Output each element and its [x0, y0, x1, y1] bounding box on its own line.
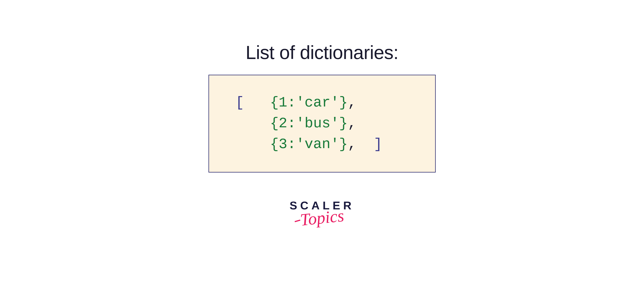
- dict-entry: {2:'bus'}: [270, 115, 348, 132]
- comma: ,: [348, 95, 356, 111]
- page-title: List of dictionaries:: [246, 42, 398, 63]
- dict-entry: {1:'car'}: [270, 95, 348, 111]
- code-line-2: {2:'bus'},: [236, 113, 416, 134]
- comma: ,: [348, 136, 356, 152]
- code-line-3: {3:'van'}, ]: [236, 134, 416, 155]
- logo: SCALER Topics: [290, 199, 354, 227]
- code-line-1: [ {1:'car'},: [236, 92, 416, 113]
- code-box: [ {1:'car'}, {2:'bus'}, {3:'van'}, ]: [208, 75, 436, 173]
- dict-entry: {3:'van'}: [270, 136, 348, 152]
- close-bracket: ]: [374, 136, 382, 152]
- comma: ,: [348, 115, 356, 132]
- open-bracket: [: [236, 95, 244, 111]
